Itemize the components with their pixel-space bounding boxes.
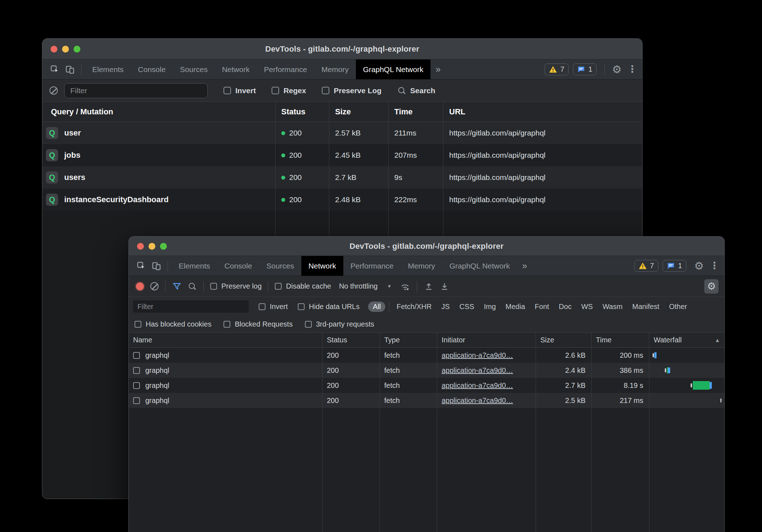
column-header-initiator[interactable]: Initiator — [437, 333, 536, 347]
column-header-time[interactable]: Time — [389, 102, 443, 122]
column-header-query-mutation[interactable]: Query / Mutation — [42, 102, 276, 122]
clear-icon[interactable] — [50, 86, 58, 95]
device-toolbar-icon[interactable] — [65, 64, 75, 75]
filter-type-ws[interactable]: WS — [581, 303, 593, 311]
row-checkbox[interactable] — [133, 382, 140, 389]
filter-type-img[interactable]: Img — [484, 303, 496, 311]
zoom-button[interactable] — [160, 243, 167, 250]
minimize-button[interactable] — [149, 243, 155, 250]
device-toolbar-icon[interactable] — [151, 261, 162, 271]
filter-type-media[interactable]: Media — [505, 303, 525, 311]
minimize-button[interactable] — [62, 46, 69, 52]
warnings-badge[interactable]: 7 — [634, 260, 658, 272]
initiator-link[interactable]: application-a7ca9d0… — [442, 366, 513, 375]
regex-checkbox[interactable]: Regex — [272, 86, 306, 95]
devtools-window-network: DevTools - gitlab.com/-/graphql-explorer… — [128, 236, 725, 532]
network-settings-button[interactable]: ⚙ — [704, 279, 719, 294]
search-toggle[interactable]: Search — [398, 86, 435, 95]
tab-graphql-network[interactable]: GraphQL Network — [442, 256, 517, 276]
column-header-status[interactable]: Status — [323, 333, 380, 347]
checkbox-box — [322, 87, 329, 94]
initiator-link[interactable]: application-a7ca9d0… — [442, 381, 513, 390]
column-header-size[interactable]: Size — [329, 102, 389, 122]
row-checkbox[interactable] — [133, 352, 140, 359]
warnings-badge[interactable]: 7 — [545, 63, 569, 75]
column-header-status[interactable]: Status — [276, 102, 329, 122]
filter-type-manifest[interactable]: Manifest — [632, 303, 659, 311]
zoom-button[interactable] — [74, 46, 80, 52]
tab-console[interactable]: Console — [217, 256, 259, 276]
column-header-size[interactable]: Size — [536, 333, 592, 347]
table-row[interactable]: graphql 200 fetch application-a7ca9d0… 2… — [129, 348, 724, 363]
issues-badge[interactable]: 1 — [573, 63, 597, 75]
tab-elements[interactable]: Elements — [171, 256, 217, 276]
table-row[interactable]: graphql 200 fetch application-a7ca9d0… 2… — [129, 378, 724, 393]
close-button[interactable] — [137, 243, 144, 250]
filter-type-css[interactable]: CSS — [460, 303, 474, 311]
row-checkbox[interactable] — [133, 397, 140, 404]
more-tabs-chevron-icon[interactable]: » — [517, 256, 532, 276]
disable-cache-checkbox[interactable]: Disable cache — [275, 282, 331, 290]
size-value: 2.7 kB — [536, 378, 592, 393]
issues-badge[interactable]: 1 — [663, 260, 686, 272]
tab-console[interactable]: Console — [131, 60, 173, 79]
column-header-type[interactable]: Type — [380, 333, 437, 347]
import-har-icon[interactable] — [424, 282, 433, 291]
overflow-menu-icon[interactable]: ⋮ — [710, 261, 719, 271]
filter-funnel-icon[interactable] — [172, 282, 182, 291]
filter-type-js[interactable]: JS — [441, 303, 450, 311]
table-row[interactable]: Q instanceSecurityDashboard 200 2.48 kB … — [42, 189, 642, 211]
overflow-menu-icon[interactable]: ⋮ — [627, 65, 637, 74]
initiator-link[interactable]: application-a7ca9d0… — [442, 351, 513, 360]
column-header-name[interactable]: Name — [129, 333, 323, 347]
inspect-element-icon[interactable] — [50, 64, 60, 75]
throttling-dropdown[interactable]: No throttling ▼ — [339, 282, 392, 290]
filter-type-all[interactable]: All — [368, 301, 385, 312]
hide-data-urls-checkbox[interactable]: Hide data URLs — [298, 303, 359, 311]
clear-icon[interactable] — [150, 282, 159, 290]
tab-sources[interactable]: Sources — [259, 256, 301, 276]
tab-performance[interactable]: Performance — [343, 256, 401, 276]
blocked-requests-checkbox[interactable]: Blocked Requests — [224, 320, 292, 328]
filter-input[interactable] — [64, 83, 208, 98]
third-party-requests-checkbox[interactable]: 3rd-party requests — [305, 320, 374, 328]
invert-checkbox[interactable]: Invert — [224, 86, 256, 95]
preserve-log-checkbox[interactable]: Preserve log — [210, 282, 262, 290]
tab-memory[interactable]: Memory — [401, 256, 442, 276]
has-blocked-cookies-checkbox[interactable]: Has blocked cookies — [135, 320, 211, 328]
column-header-url[interactable]: URL — [443, 102, 642, 122]
table-row[interactable]: graphql 200 fetch application-a7ca9d0… 2… — [129, 393, 724, 408]
filter-type-wasm[interactable]: Wasm — [602, 303, 622, 311]
row-checkbox[interactable] — [133, 367, 140, 374]
invert-checkbox[interactable]: Invert — [259, 303, 288, 311]
tab-graphql-network[interactable]: GraphQL Network — [356, 60, 431, 79]
filter-input[interactable] — [133, 300, 249, 313]
tab-memory[interactable]: Memory — [314, 60, 356, 79]
filter-type-doc[interactable]: Doc — [559, 303, 572, 311]
tab-performance[interactable]: Performance — [257, 60, 314, 79]
tab-network[interactable]: Network — [215, 60, 257, 79]
table-row[interactable]: Q jobs 200 2.45 kB 207ms https://gitlab.… — [42, 144, 642, 166]
more-tabs-chevron-icon[interactable]: » — [431, 60, 446, 79]
initiator-link[interactable]: application-a7ca9d0… — [442, 396, 513, 405]
network-conditions-icon[interactable] — [400, 282, 410, 291]
filter-type-font[interactable]: Font — [535, 303, 549, 311]
column-header-time[interactable]: Time — [592, 333, 649, 347]
table-row[interactable]: graphql 200 fetch application-a7ca9d0… 2… — [129, 363, 724, 378]
tab-sources[interactable]: Sources — [173, 60, 215, 79]
close-button[interactable] — [51, 46, 57, 52]
export-har-icon[interactable] — [440, 282, 449, 291]
settings-gear-icon[interactable]: ⚙ — [694, 261, 704, 271]
filter-type-fetch-xhr[interactable]: Fetch/XHR — [396, 303, 432, 311]
record-network-log-icon[interactable] — [136, 282, 144, 290]
column-header-waterfall[interactable]: Waterfall ▲ — [649, 333, 724, 347]
filter-type-other[interactable]: Other — [669, 303, 687, 311]
preserve-log-checkbox[interactable]: Preserve Log — [322, 86, 381, 95]
search-icon[interactable] — [188, 282, 196, 290]
tab-elements[interactable]: Elements — [85, 60, 131, 79]
settings-gear-icon[interactable]: ⚙ — [612, 64, 622, 75]
table-row[interactable]: Q users 200 2.7 kB 9s https://gitlab.com… — [42, 166, 642, 189]
inspect-element-icon[interactable] — [136, 261, 147, 271]
table-row[interactable]: Q user 200 2.57 kB 211ms https://gitlab.… — [42, 122, 642, 144]
tab-network[interactable]: Network — [301, 256, 343, 276]
